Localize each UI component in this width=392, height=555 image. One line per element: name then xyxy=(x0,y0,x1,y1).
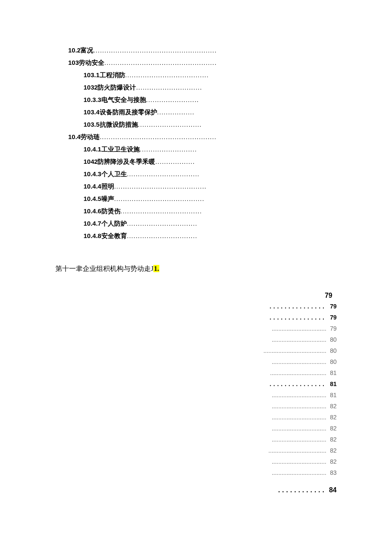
page-ref-dots: ................................. xyxy=(272,359,326,365)
page-ref-number: 81 xyxy=(327,381,337,387)
toc-entry: 103劳动安全.................................… xyxy=(68,59,337,66)
page-ref-line: .................................. 81 xyxy=(239,370,337,376)
toc-entry: 10.4.6 防烫伤..............................… xyxy=(84,208,337,214)
page-ref-line: ................................. 82 xyxy=(239,403,337,409)
page-ref-line: ............... 79 xyxy=(239,314,337,320)
page-ref-number: 80 xyxy=(327,337,337,343)
toc-entry: 10.3.3电气安全与接胞........................ xyxy=(84,96,337,103)
toc-entry: 10.4.7 个人防妒.............................… xyxy=(84,220,337,227)
toc-entry-dots: ...................................... xyxy=(125,72,209,78)
toc-entry-dots: ........................................… xyxy=(93,47,216,53)
toc-entry-dots: ................................. xyxy=(127,171,200,177)
page-ref-line: ................................... 82 xyxy=(239,447,337,453)
toc-entry-dots: ..................................... xyxy=(121,208,202,214)
toc-entry: 10.4.8 安全教育.............................… xyxy=(84,232,337,239)
page-ref-number: 82 xyxy=(327,436,337,442)
toc-entry-number: 10.4.5 xyxy=(84,195,101,202)
toc-entry: 103.5抗微设防措施 ............................… xyxy=(84,121,337,128)
page-ref-line: ................................. 82 xyxy=(239,436,337,442)
toc-entry: 10.4劳动琏.................................… xyxy=(68,134,337,140)
page-ref-dots: ............ xyxy=(278,487,326,494)
toc-entry-number: 10.4.7 xyxy=(84,220,101,227)
toc-entry-text: 个人防妒 xyxy=(101,220,127,227)
toc-entry-number: 10.4.6 xyxy=(84,208,101,214)
page-ref-dots: ................................. xyxy=(272,392,326,398)
toc-entry-number: 10.4.1 xyxy=(84,146,101,152)
toc-entry-number: 103.1 xyxy=(84,72,100,78)
toc-entry: 1042防辨降涉及冬季釆暖.................. xyxy=(84,158,337,165)
page-ref-number: 84 xyxy=(327,487,337,494)
page-ref-dots: ............... xyxy=(270,303,326,309)
toc-entry-dots: ............................. xyxy=(138,121,202,128)
page-numbers-column: ............... 79............... 79....… xyxy=(239,303,337,494)
toc-entry-dots: ........................................… xyxy=(114,195,205,202)
toc-entry-number: 10.2 xyxy=(68,47,81,53)
page-ref-number: 82 xyxy=(327,447,337,453)
toc-entry-text: 安全教育 xyxy=(101,232,127,239)
toc-entry-text: 防火防爆设计 xyxy=(98,84,136,90)
toc-entry-text: 防辨降涉及冬季釆暖 xyxy=(98,158,155,165)
toc-entry-text: 设备防雨及接零保护 xyxy=(100,109,157,115)
toc-entry-text: 照明 xyxy=(101,183,114,189)
toc-entry-dots: ........................ xyxy=(146,96,199,103)
toc-entry-dots: ........................................… xyxy=(114,183,207,189)
toc-entry-number: 103.5 xyxy=(84,121,100,128)
toc-entry-text: 工业卫生设施 xyxy=(101,146,140,152)
page-ref-dots: ................................. xyxy=(272,425,326,431)
page-ref-number: 81 xyxy=(327,392,337,398)
page-ref-number: 82 xyxy=(327,425,337,431)
toc-entry-number: 103 xyxy=(68,59,79,66)
toc-entry-number: 10.4 xyxy=(68,134,81,140)
page-ref-line-last: ............ 84 xyxy=(239,487,337,494)
toc-entry-number: 1042 xyxy=(84,158,98,165)
page-ref-line: ................................. 81 xyxy=(239,392,337,398)
toc-entry-dots: .............................. xyxy=(136,84,202,90)
toc-entry-text: 劳动安全 xyxy=(79,59,104,66)
toc-entry-number: 1032 xyxy=(84,84,98,90)
toc-entry: 1032防火防爆设计 .............................… xyxy=(84,84,337,90)
document-page: 10.2富况..................................… xyxy=(0,0,392,524)
page-ref-dots: ................................. xyxy=(272,459,326,465)
toc-entry-text: 抗微设防措施 xyxy=(100,121,138,128)
page-ref-number: 82 xyxy=(327,403,337,409)
page-ref-dots: ................................. xyxy=(272,470,326,476)
page-ref-number: 79 xyxy=(327,325,337,331)
toc-entry-dots: .................. xyxy=(155,158,195,165)
toc-entry: 10.4.1 工业卫生设施.......................... xyxy=(84,146,337,152)
toc-entry: 103.1工程消防...............................… xyxy=(84,72,337,78)
toc-entry-number: 103.4 xyxy=(84,109,100,115)
page-ref-line: ................................. 79 xyxy=(239,325,337,331)
page-ref-line: ................................. 82 xyxy=(239,414,337,420)
toc-entry-text: 防烫伤 xyxy=(101,208,121,214)
toc-entry-text: 劳动琏 xyxy=(81,134,100,140)
chapter-highlight: 1. xyxy=(153,265,159,272)
page-ref-number: 82 xyxy=(327,459,337,465)
toc-entry: 10.4.5 噪声 ..............................… xyxy=(84,195,337,202)
page-ref-dots: ............... xyxy=(270,381,326,387)
page-ref-dots: ................................. xyxy=(272,436,326,442)
page-ref-number: 81 xyxy=(327,370,337,376)
page-ref-dots: ................................. xyxy=(272,414,326,420)
page-ref-line: ................................. 83 xyxy=(239,470,337,476)
page-ref-dots: ................................... xyxy=(268,447,326,453)
toc-entry-number: 10.4.3 xyxy=(84,171,101,177)
toc-block: 10.2富况..................................… xyxy=(68,47,337,239)
toc-entry-dots: ................. xyxy=(157,109,195,115)
toc-entry-text: 工程消防 xyxy=(100,72,125,78)
page-ref-line: ................................. 80 xyxy=(239,337,337,343)
page-ref-dots: ............... xyxy=(270,314,326,320)
toc-entry-number: 10.3.3 xyxy=(84,96,101,103)
chapter-prefix: 第十一聿企业组积机构与势动走 xyxy=(55,265,151,272)
toc-entry-text: 个人卫生 xyxy=(101,171,127,177)
page-ref-dots: ................................. xyxy=(272,403,326,409)
toc-entry-dots: ................................ xyxy=(127,220,197,227)
page-ref-number: 79 xyxy=(327,314,337,320)
toc-entry-text: 富况 xyxy=(81,47,93,53)
page-ref-number: 80 xyxy=(327,359,337,365)
toc-entry: 10.4.3 个人卫生.............................… xyxy=(84,171,337,177)
toc-entry-dots: .......................... xyxy=(140,146,197,152)
toc-entry-text: 电气安全与接胞 xyxy=(101,96,146,103)
chapter-heading: 第十一聿企业组积机构与势动走J1. xyxy=(55,264,337,273)
page-ref-line: ............... 81 xyxy=(239,381,337,387)
toc-entry: 10.2富况..................................… xyxy=(68,47,337,53)
